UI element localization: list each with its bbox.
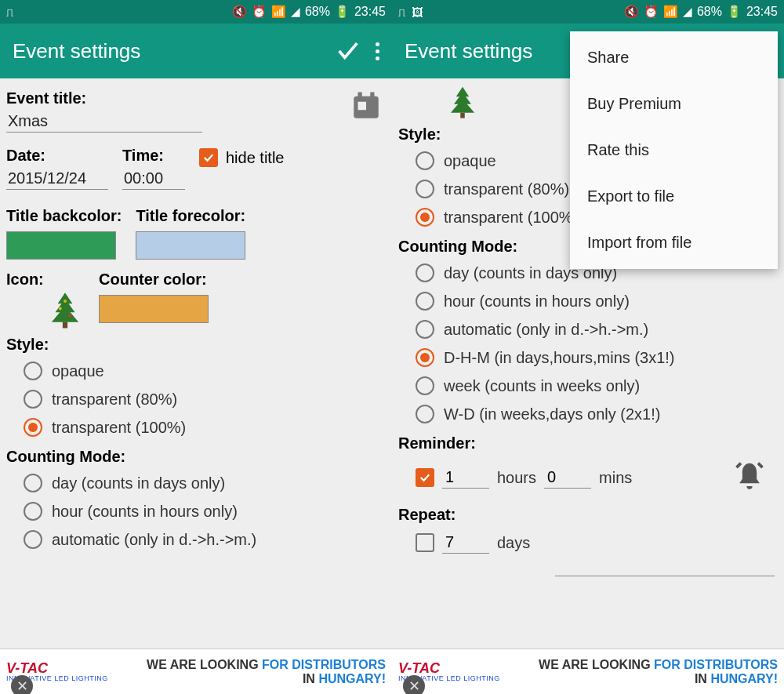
mute-icon: 🔇 [232,5,247,19]
radio-icon [416,348,434,367]
xmas-tree-icon[interactable] [445,85,480,119]
radio-label: week (counts in weeks only) [444,377,640,395]
ad-brand: V-TAC [6,661,108,675]
repeat-checkbox[interactable] [416,533,434,552]
reminder-label: Reminder: [398,434,775,452]
ad-text: WE ARE LOOKING FOR DISTRIBUTORS IN HUNGA… [108,658,386,685]
radio-option[interactable]: automatic (only in d.->h.->m.) [6,525,383,554]
radio-icon [416,320,434,339]
svg-point-10 [64,300,67,303]
reminder-hours-input[interactable] [442,467,489,489]
radio-label: W-D (in weeks,days only (2x1!) [444,405,660,423]
ad-close-button[interactable]: ✕ [11,675,33,694]
radio-label: transparent (100%) [444,209,578,227]
counting-radio-group: day (counts in days only)hour (counts in… [398,259,775,428]
time-input[interactable] [122,166,185,190]
radio-option[interactable]: transparent (100%) [6,413,383,441]
reminder-mins-label: mins [599,469,632,487]
bell-icon[interactable] [732,460,767,495]
radio-label: hour (counts in hours only) [444,292,630,311]
signal-icon: ◢ [683,5,692,19]
radio-label: automatic (only in d.->h.->m.) [52,531,256,549]
hide-title-label: hide title [226,149,285,167]
battery-text: 68% [305,5,330,19]
svg-marker-13 [451,99,474,113]
screen-left: ⎍ 🔇 ⏰ 📶 ◢ 68% 🔋 23:45 Event settings Eve… [0,0,392,694]
radio-icon [24,530,42,549]
title-forecolor-label: Title forecolor: [136,207,245,225]
radio-icon [24,390,42,409]
style-label: Style: [6,336,383,354]
hide-title-checkbox[interactable] [199,148,218,167]
radio-option[interactable]: day (counts in days only) [6,469,383,497]
radio-option[interactable]: automatic (only in d.->h.->m.) [398,315,775,343]
menu-item[interactable]: Buy Premium [570,81,778,127]
counting-radio-group: day (counts in days only)hour (counts in… [6,469,383,554]
battery-text: 68% [697,5,722,19]
svg-point-8 [59,307,62,310]
battery-icon: 🔋 [727,5,742,19]
radio-label: hour (counts in hours only) [52,503,238,521]
app-bar-title: Event settings [13,39,321,64]
svg-point-9 [68,314,71,318]
radio-icon [416,292,434,311]
radio-label: day (counts in days only) [52,474,225,492]
svg-marker-6 [52,306,78,322]
reminder-mins-input[interactable] [544,467,591,489]
ad-banner[interactable]: V-TAC INNOVATIVE LED LIGHTING WE ARE LOO… [392,649,784,694]
wifi-icon: 📶 [271,5,286,19]
content-area: Event title: Date: Time: [0,78,392,649]
ad-banner[interactable]: V-TAC INNOVATIVE LED LIGHTING WE ARE LOO… [0,649,392,694]
menu-item[interactable]: Rate this [570,127,778,173]
radio-option[interactable]: hour (counts in hours only) [6,497,383,525]
radio-label: transparent (100%) [52,419,186,437]
date-input[interactable] [6,166,108,190]
repeat-label: Repeat: [398,506,775,524]
radio-icon [24,502,42,521]
radio-icon [416,151,434,170]
repeat-unit-label: days [497,534,530,552]
overflow-menu: ShareBuy PremiumRate thisExport to fileI… [570,31,778,269]
ad-close-button[interactable]: ✕ [403,675,425,694]
title-backcolor-swatch[interactable] [6,231,116,260]
radio-option[interactable]: opaque [6,357,383,385]
title-backcolor-label: Title backcolor: [6,207,122,225]
mute-icon: 🔇 [624,5,639,19]
title-forecolor-swatch[interactable] [136,231,245,260]
confirm-button[interactable] [335,38,361,64]
counter-color-swatch[interactable] [99,295,209,323]
repeat-value-input[interactable] [442,532,489,554]
reminder-checkbox[interactable] [416,468,434,487]
clock-text: 23:45 [746,5,778,19]
xmas-tree-icon[interactable] [45,290,85,329]
app-bar: Event settings [0,24,392,78]
radio-option[interactable]: week (counts in weeks only) [398,372,775,400]
event-title-input[interactable] [6,109,202,133]
dot-icon [376,56,379,60]
svg-rect-14 [460,113,465,118]
radio-option[interactable]: transparent (80%) [6,385,383,413]
menu-item[interactable]: Export to file [570,173,778,220]
status-bar: ⎍ 🔇 ⏰ 📶 ◢ 68% 🔋 23:45 [0,0,392,24]
overflow-button[interactable] [376,42,379,60]
usb-icon: ⎍ [398,5,405,19]
icon-label: Icon: [6,271,85,289]
radio-icon [416,180,434,198]
event-title-label: Event title: [6,89,336,107]
radio-label: automatic (only in d.->h.->m.) [444,321,648,339]
menu-item[interactable]: Share [570,35,778,81]
radio-option[interactable]: hour (counts in hours only) [398,287,775,315]
radio-option[interactable]: W-D (in weeks,days only (2x1!) [398,400,775,428]
reminder-hours-label: hours [497,469,536,487]
dot-icon [376,49,379,53]
time-label: Time: [122,147,185,165]
calendar-icon[interactable] [350,89,383,122]
svg-rect-1 [358,102,367,111]
ad-brand: V-TAC [398,661,500,675]
radio-icon [416,405,434,423]
menu-item[interactable]: Import from file [570,220,778,266]
radio-label: transparent (80%) [52,391,177,409]
usb-icon: ⎍ [6,5,13,19]
radio-option[interactable]: D-H-M (in days,hours,mins (3x1!) [398,343,775,372]
check-icon [335,38,361,64]
